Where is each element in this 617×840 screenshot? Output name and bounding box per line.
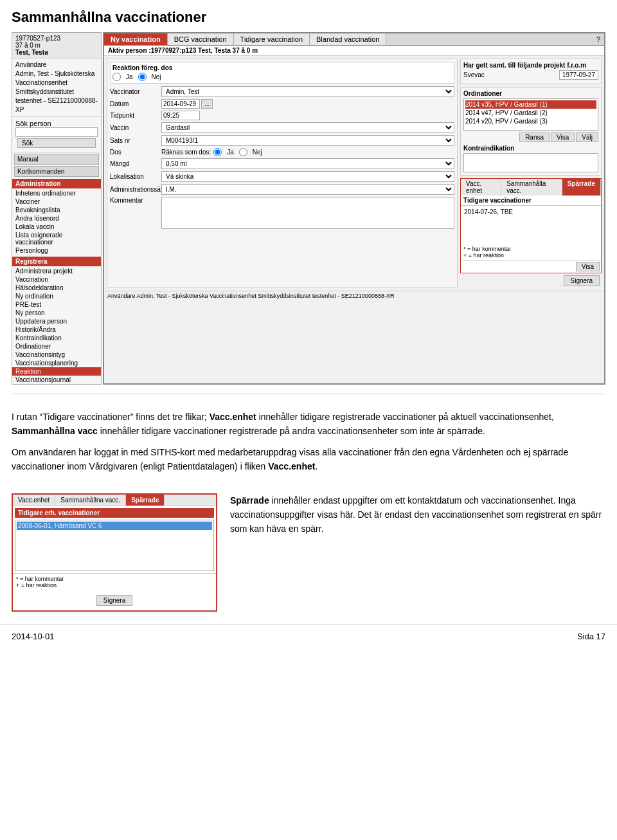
- sidebar-item-ordinationer[interactable]: Ordinationer: [12, 342, 101, 351]
- sidebar-item-kontraindikation[interactable]: Kontraindikation: [12, 334, 101, 342]
- vacc-title: Tidigare vaccinationer: [461, 196, 601, 206]
- ord-list: 2014 v35, HPV / Gardasil (1) 2014 v47, H…: [463, 98, 598, 131]
- sidebar-item-vaccination[interactable]: Vaccination: [12, 275, 101, 284]
- tidpunkt-label: Tidpunkt: [110, 112, 161, 119]
- tab-ny-vaccination[interactable]: Ny vaccination: [104, 33, 168, 45]
- dos-ja-radio[interactable]: [213, 148, 222, 156]
- text-paragraph-2: Om användaren har loggat in med SITHS-ko…: [12, 445, 605, 474]
- har-gett-label: Har gett samt. till följande projekt f.r…: [463, 62, 598, 69]
- sidebar-item-vacciner[interactable]: Vacciner: [12, 197, 101, 206]
- sidebar-search-button[interactable]: Sök: [17, 138, 96, 148]
- vaccin-label: Vaccin: [110, 124, 161, 131]
- mangd-label: Mängd: [110, 160, 161, 167]
- reaction-ja-radio[interactable]: [112, 73, 121, 81]
- sidebar-item-personlogg[interactable]: Personlogg: [12, 246, 101, 255]
- svevac-date: 1977-09-27: [559, 70, 598, 80]
- sidebar-item-historik[interactable]: Historik/Ändra: [12, 325, 101, 334]
- dos-label: Dos: [110, 149, 161, 156]
- ord-item-0[interactable]: 2014 v35, HPV / Gardasil (1): [465, 100, 596, 109]
- ord-item-2[interactable]: 2014 v20, HPV / Gardasil (3): [465, 117, 596, 125]
- vaccin-select[interactable]: Gardasil: [161, 122, 454, 133]
- form-panel: Reaktion föreg. dos Ja Nej Vaccinator Ad…: [107, 59, 458, 288]
- sidebar-person-name: Test, Testa: [15, 49, 98, 56]
- vaccinator-select[interactable]: Admin, Test: [161, 86, 454, 97]
- tab-tidigare-vaccination[interactable]: Tidigare vaccination: [234, 33, 310, 45]
- vacc-legend: * = har kommentar + = har reaktion: [461, 244, 601, 260]
- bottom-comment-legend: * = har kommentar: [16, 576, 213, 582]
- sidebar-item-lista-osignerade[interactable]: Lista osignerade vaccinationer: [12, 231, 101, 246]
- sidebar-manual-btn[interactable]: Manual: [14, 154, 99, 165]
- sidebar-user-unit: Vaccinationsenhet: [15, 78, 98, 87]
- sidebar-registrera-label: Registrera: [12, 257, 101, 266]
- tab-bcg-vaccination[interactable]: BCG vaccination: [168, 33, 234, 45]
- bottom-tab-vacc-enhet[interactable]: Vacc.enhet: [13, 495, 55, 506]
- sidebar-item-bevakningslista[interactable]: Bevakningslista: [12, 206, 101, 214]
- sidebar: 19770527-p123 37 å 0 m Test, Testa Använ…: [12, 32, 102, 385]
- sidebar-item-reaktion[interactable]: Reaktion: [12, 367, 101, 376]
- lokalisation-select[interactable]: Vä skinka: [161, 171, 454, 182]
- visa-btn-vacc[interactable]: Visa: [576, 262, 600, 271]
- bottom-tab-sparrade[interactable]: Spärrade: [126, 495, 165, 506]
- kommentar-textarea[interactable]: [161, 197, 454, 229]
- reaction-nej-radio[interactable]: [138, 73, 147, 81]
- reaction-nej-label: Nej: [152, 73, 161, 80]
- sats-select[interactable]: M004193/1: [161, 135, 454, 146]
- sidebar-item-andra-losenord[interactable]: Andra lösenord: [12, 214, 101, 223]
- footer-date: 2014-10-01: [12, 632, 55, 641]
- signera-btn[interactable]: Signera: [564, 275, 600, 286]
- vacc-tab-vacc-enhet[interactable]: Vacc. enhet: [461, 179, 501, 196]
- sidebar-item-vaccinationsplanering[interactable]: Vaccinationsplanering: [12, 359, 101, 367]
- sidebar-item-ny-person[interactable]: Ny person: [12, 309, 101, 317]
- tidpunkt-input[interactable]: [161, 111, 200, 120]
- ordinationer-section: Ordinationer 2014 v35, HPV / Gardasil (1…: [460, 87, 602, 176]
- valj-btn[interactable]: Välj: [576, 132, 598, 142]
- sidebar-user-label: Användare: [15, 60, 98, 69]
- patient-bar: Aktiv person :19770927:p123 Test, Testa …: [104, 46, 604, 56]
- datum-picker-btn[interactable]: ...: [201, 99, 213, 109]
- sidebar-user-name: Admin, Test - Sjuksköterska: [15, 69, 98, 78]
- datum-input[interactable]: [161, 99, 200, 109]
- sidebar-item-ny-ordination[interactable]: Ny ordination: [12, 292, 101, 300]
- bottom-screenshot-item-0[interactable]: 2008-06-01, Härnösand VC 6: [17, 522, 212, 530]
- sidebar-item-vaccinationsintyg[interactable]: Vaccinationsintyg: [12, 351, 101, 359]
- ransa-btn[interactable]: Ransa: [519, 132, 550, 142]
- sidebar-item-halsodeklaration[interactable]: Hälsodeklaration: [12, 284, 101, 292]
- sidebar-user-handle: testenhet - SE21210000888-XP: [15, 96, 98, 114]
- sidebar-search-input[interactable]: [15, 127, 98, 137]
- reaction-section: Reaktion föreg. dos Ja Nej: [110, 62, 454, 84]
- page-footer: 2014-10-01 Sida 17: [0, 625, 617, 648]
- datum-label: Datum: [110, 100, 161, 107]
- sidebar-person-age: 37 å 0 m: [15, 42, 98, 49]
- sidebar-kortkommanden-btn[interactable]: Kortkommanden: [14, 166, 99, 177]
- vacc-item-0[interactable]: 2014-07-26, TBE: [463, 208, 599, 216]
- sidebar-item-pre-test[interactable]: PRE-test: [12, 300, 101, 309]
- ordinationer-label: Ordinationer: [463, 90, 598, 97]
- dos-nej-radio[interactable]: [239, 148, 247, 156]
- vacc-tab-bar: Vacc. enhet Sammanhålla vacc. Spärrade: [461, 179, 601, 196]
- app-tab-bar: Ny vaccination BCG vaccination Tidigare …: [104, 33, 604, 46]
- har-gett-section: Har gett samt. till följande projekt f.r…: [460, 59, 602, 84]
- kontraindikation-box: [463, 153, 598, 172]
- bottom-tab-sammanhallna[interactable]: Sammanhållna vacc.: [55, 495, 126, 506]
- vacc-tab-sammanhalla[interactable]: Sammanhålla vacc.: [501, 179, 562, 196]
- sidebar-item-inhetens-ordinationer[interactable]: Inhetens ordinationer: [12, 189, 101, 197]
- bottom-screenshot-list: 2008-06-01, Härnösand VC 6: [15, 520, 214, 571]
- help-button[interactable]: ?: [593, 33, 604, 45]
- tab-blandad-vaccination[interactable]: Blandad vaccination: [310, 33, 386, 45]
- bottom-tab-bar: Vacc.enhet Sammanhållna vacc. Spärrade: [13, 495, 216, 506]
- sidebar-item-uppdatera-person[interactable]: Uppdatera person: [12, 317, 101, 325]
- mangd-select[interactable]: 0,50 ml: [161, 158, 454, 169]
- dos-ja-label: Ja: [227, 149, 234, 156]
- bottom-signera-btn[interactable]: Signera: [96, 595, 132, 606]
- sidebar-search-label: Sök person: [15, 120, 98, 127]
- sats-label: Sats nr: [110, 137, 161, 144]
- adm-satt-select[interactable]: I.M.: [161, 184, 454, 195]
- section-divider-1: [12, 394, 605, 394]
- vacc-tab-sparrade[interactable]: Spärrade: [562, 179, 601, 196]
- sidebar-item-lokala-vaccin[interactable]: Lokala vaccin: [12, 223, 101, 231]
- text-paragraph-1: I rutan “Tidigare vaccinationer” finns d…: [12, 410, 605, 439]
- ord-item-1[interactable]: 2014 v47, HPV / Gardasil (2): [465, 109, 596, 117]
- sidebar-item-administrera-projekt[interactable]: Administrera projekt: [12, 267, 101, 275]
- sidebar-item-vaccinationsjournal[interactable]: Vaccinationsjournal: [12, 376, 101, 384]
- visa-btn-1[interactable]: Visa: [551, 132, 575, 142]
